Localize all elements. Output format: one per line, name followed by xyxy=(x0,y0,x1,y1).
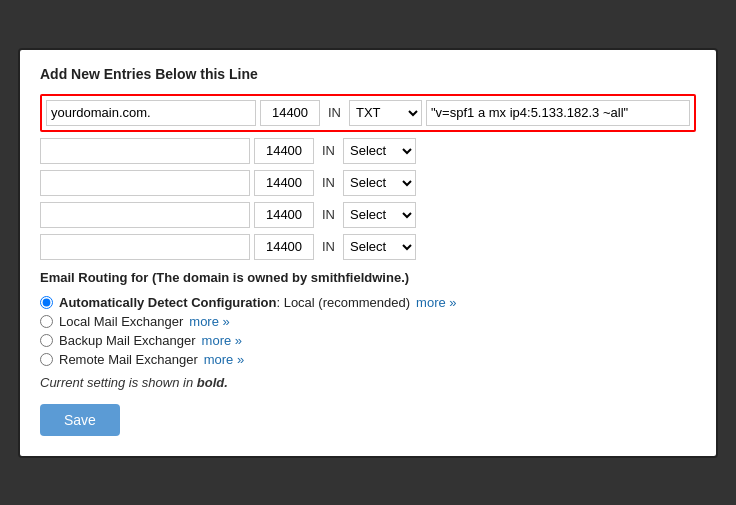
link-backup-more[interactable]: more » xyxy=(202,333,242,348)
email-routing-domain: (The domain is owned by smithfieldwine.) xyxy=(152,270,409,285)
type-select-2[interactable]: Select A AAAA CAA CNAME MX NS PTR SRV TX… xyxy=(343,138,416,164)
section-title: Add New Entries Below this Line xyxy=(40,66,696,82)
type-select-3[interactable]: Select A AAAA CAA CNAME MX NS PTR SRV TX… xyxy=(343,170,416,196)
radio-item-backup[interactable]: Backup Mail Exchanger more » xyxy=(40,333,696,348)
in-label-4: IN xyxy=(318,207,339,222)
radio-remote-label: Remote Mail Exchanger xyxy=(59,352,198,367)
dns-row-3: IN Select A AAAA CAA CNAME MX NS PTR SRV… xyxy=(40,170,696,196)
in-label-3: IN xyxy=(318,175,339,190)
radio-auto[interactable] xyxy=(40,296,53,309)
name-input-1[interactable] xyxy=(46,100,256,126)
radio-item-auto[interactable]: Automatically Detect Configuration: Loca… xyxy=(40,295,696,310)
ttl-input-5[interactable] xyxy=(254,234,314,260)
radio-local-label: Local Mail Exchanger xyxy=(59,314,183,329)
current-setting-bold: bold. xyxy=(197,375,228,390)
dns-entries: IN A AAAA CAA CNAME MX NS PTR SRV TXT IN… xyxy=(40,94,696,260)
dns-row-2: IN Select A AAAA CAA CNAME MX NS PTR SRV… xyxy=(40,138,696,164)
radio-item-local[interactable]: Local Mail Exchanger more » xyxy=(40,314,696,329)
in-label-2: IN xyxy=(318,143,339,158)
link-remote-more[interactable]: more » xyxy=(204,352,244,367)
email-routing-title: Email Routing for (The domain is owned b… xyxy=(40,270,696,285)
radio-remote[interactable] xyxy=(40,353,53,366)
dns-row-4: IN Select A AAAA CAA CNAME MX NS PTR SRV… xyxy=(40,202,696,228)
type-select-5[interactable]: Select A AAAA CAA CNAME MX NS PTR SRV TX… xyxy=(343,234,416,260)
ttl-input-3[interactable] xyxy=(254,170,314,196)
email-routing-prefix: Email Routing for xyxy=(40,270,152,285)
ttl-input-2[interactable] xyxy=(254,138,314,164)
radio-auto-label: Automatically Detect Configuration: Loca… xyxy=(59,295,410,310)
radio-backup[interactable] xyxy=(40,334,53,347)
save-button[interactable]: Save xyxy=(40,404,120,436)
radio-group: Automatically Detect Configuration: Loca… xyxy=(40,295,696,367)
main-window: Add New Entries Below this Line IN A AAA… xyxy=(18,48,718,458)
radio-backup-label: Backup Mail Exchanger xyxy=(59,333,196,348)
name-input-2[interactable] xyxy=(40,138,250,164)
in-label-1: IN xyxy=(324,105,345,120)
ttl-input-1[interactable] xyxy=(260,100,320,126)
radio-local[interactable] xyxy=(40,315,53,328)
link-local-more[interactable]: more » xyxy=(189,314,229,329)
type-select-1[interactable]: A AAAA CAA CNAME MX NS PTR SRV TXT xyxy=(349,100,422,126)
dns-row-1: IN A AAAA CAA CNAME MX NS PTR SRV TXT xyxy=(40,94,696,132)
type-select-4[interactable]: Select A AAAA CAA CNAME MX NS PTR SRV TX… xyxy=(343,202,416,228)
current-setting-prefix: Current setting is shown in xyxy=(40,375,197,390)
email-routing-section: Email Routing for (The domain is owned b… xyxy=(40,270,696,436)
name-input-3[interactable] xyxy=(40,170,250,196)
ttl-input-4[interactable] xyxy=(254,202,314,228)
link-auto-more[interactable]: more » xyxy=(416,295,456,310)
in-label-5: IN xyxy=(318,239,339,254)
radio-item-remote[interactable]: Remote Mail Exchanger more » xyxy=(40,352,696,367)
radio-auto-bold-label: Automatically Detect Configuration xyxy=(59,295,276,310)
name-input-5[interactable] xyxy=(40,234,250,260)
value-input-1[interactable] xyxy=(426,100,690,126)
name-input-4[interactable] xyxy=(40,202,250,228)
current-setting-text: Current setting is shown in bold. xyxy=(40,375,696,390)
dns-row-5: IN Select A AAAA CAA CNAME MX NS PTR SRV… xyxy=(40,234,696,260)
